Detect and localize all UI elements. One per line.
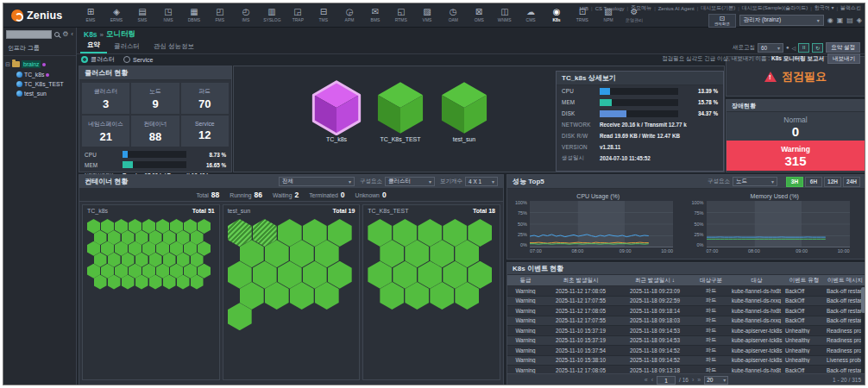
menu-item-oam[interactable]: ◷OAM <box>440 7 466 23</box>
lock-icon[interactable]: ▣ <box>837 16 844 24</box>
menu-item-nms[interactable]: ◳NMS <box>155 7 181 23</box>
table-row[interactable]: Warning2025-11-12 17:07:552025-11-18 09:… <box>507 297 865 307</box>
collapse-icon[interactable]: ‹ <box>71 31 73 38</box>
column-header-대상[interactable]: 대상 <box>730 277 783 285</box>
collapse-minus-icon[interactable]: ⊟ <box>5 61 10 67</box>
containers-filter-select[interactable]: 전체▾ <box>279 177 355 186</box>
menu-item-sms[interactable]: ▤SMS <box>129 7 155 23</box>
cluster-cube-TC_K8s_TEST[interactable]: TC_K8s_TEST <box>372 80 429 142</box>
menu-item-oms[interactable]: ⊠OMS <box>466 7 492 23</box>
table-scrollbar[interactable] <box>861 286 865 376</box>
topbar-link[interactable]: 대시보드(기본) <box>700 4 736 12</box>
docs-icon[interactable]: ▤ <box>846 16 853 24</box>
radio-option-클러스터[interactable]: 클러스터 <box>81 55 115 64</box>
table-row[interactable]: Warning2025-11-12 17:07:552025-11-18 09:… <box>507 316 865 327</box>
user-select[interactable]: 관리자 (brainz) ▾ <box>739 15 824 26</box>
menu-item-apm[interactable]: ◶APM <box>337 7 362 23</box>
menu-item-ims[interactable]: ◴IMS <box>233 7 259 23</box>
menu-item-fms[interactable]: ◰FMS <box>207 7 233 23</box>
tree-root[interactable]: ⊟brainz <box>5 60 74 68</box>
table-row[interactable]: Warning2025-11-10 15:38:102025-11-18 09:… <box>507 356 865 366</box>
last-page-icon[interactable]: » <box>697 377 701 383</box>
rtms-icon: ◱ <box>397 7 405 17</box>
tab-클러스터[interactable]: 클러스터 <box>107 40 147 53</box>
range-button-24H[interactable]: 24H <box>843 177 860 187</box>
column-header-대상구분[interactable]: 대상구분 <box>692 277 730 285</box>
alarm-bell-icon[interactable]: ● <box>786 45 789 50</box>
fault-warning[interactable]: Warning 315 <box>726 141 865 171</box>
menu-item-ems[interactable]: ⊞EMS <box>78 7 104 23</box>
prev-icon[interactable]: ◁ <box>792 45 796 51</box>
tab-요약[interactable]: 요약 <box>80 38 107 53</box>
fault-normal[interactable]: Normal 0 <box>726 112 865 141</box>
alarm-icon[interactable]: ◈ <box>857 16 862 24</box>
menu-item-erms[interactable]: ◈ERMS <box>104 7 129 23</box>
menu-item-bms[interactable]: ✉BMS <box>362 7 388 23</box>
scrollbar-thumb[interactable] <box>861 287 865 313</box>
menu-item-dbms[interactable]: ▦DBMS <box>181 7 207 23</box>
tree-item-TC_k8s[interactable]: TC_k8s <box>5 72 74 78</box>
cell-대상구분: 파드 <box>692 356 730 364</box>
cluster-cube-test_sun[interactable]: test_sun <box>436 80 493 142</box>
menu-item-tms[interactable]: ⊟TMS <box>311 7 337 23</box>
reload-button[interactable]: ↻ <box>812 43 823 53</box>
column-header-이벤트 메시지[interactable]: 이벤트 메시지 <box>825 277 865 285</box>
page-input[interactable]: 1 <box>657 376 676 385</box>
range-button-6H[interactable]: 6H <box>805 177 822 187</box>
containers-component-select[interactable]: 클러스터▾ <box>385 177 435 186</box>
menu-item-wnms[interactable]: ◫WNMS <box>492 7 518 23</box>
column-header-이벤트 유형[interactable]: 이벤트 유형 <box>783 277 825 285</box>
containers-view-select[interactable]: 4 X 1▾ <box>465 177 498 186</box>
menu-item-vms[interactable]: ▨VMS <box>414 7 440 23</box>
menu-item-k8s[interactable]: ◉K8s <box>544 7 569 23</box>
prev-page-icon[interactable]: ‹ <box>651 377 653 383</box>
next-page-icon[interactable]: › <box>692 377 694 383</box>
column-header-등급[interactable]: 등급 <box>507 277 544 285</box>
table-row[interactable]: Warning2025-11-12 17:08:052025-11-18 09:… <box>507 306 865 316</box>
control-screen-button[interactable]: ⊡ 관제화면 <box>708 14 736 28</box>
user-icon[interactable]: ◉ <box>827 16 833 24</box>
table-row[interactable]: Warning2025-11-10 15:37:542025-11-18 09:… <box>507 346 865 356</box>
gauge-track <box>600 110 678 117</box>
column-header-최초 발생일시[interactable]: 최초 발생일시 <box>544 277 618 285</box>
topbar-link[interactable]: Zenius AI Agent <box>657 6 695 11</box>
cell-최근 발생일시: 2025-11-18 09:22:59 <box>618 297 692 304</box>
summary-settings-button[interactable]: 요약 설정 <box>826 42 860 53</box>
tab-관심 성능정보[interactable]: 관심 성능정보 <box>147 40 201 53</box>
tree-item-TC_K8s_TEST[interactable]: TC_K8s_TEST <box>5 81 74 87</box>
topbar-link[interactable]: 대시보드(Sample)(슬라이드) <box>741 4 808 12</box>
menu-item-syslog[interactable]: ▥SYSLOG <box>259 7 285 23</box>
topbar-link[interactable]: 블랙스킨 <box>840 4 862 12</box>
menu-item-rtms[interactable]: ◱RTMS <box>388 7 414 23</box>
perf-component-select[interactable]: 노드▾ <box>733 177 777 186</box>
cell-이벤트 유형: Unhealthy <box>783 328 825 334</box>
range-button-12H[interactable]: 12H <box>824 177 841 187</box>
table-row[interactable]: Warning2025-11-10 15:37:192025-11-18 09:… <box>507 326 865 336</box>
table-row[interactable]: Warning2025-11-12 17:08:052025-11-18 09:… <box>507 286 865 297</box>
page-size-select[interactable]: 20 ▾ <box>704 376 728 385</box>
export-button[interactable]: 내보내기 <box>827 53 860 64</box>
cell-등급: Warning <box>507 288 544 294</box>
refresh-interval-select[interactable]: 60 ▾ <box>758 43 783 53</box>
radio-option-Service[interactable]: Service <box>123 56 153 63</box>
detail-title: TC_k8s 상세보기 <box>562 73 616 83</box>
cell-최초 발생일시: 2025-11-12 17:08:05 <box>544 367 618 373</box>
topbar-link[interactable]: 주요메뉴 <box>630 4 652 12</box>
column-header-최근 발생일시[interactable]: 최근 발생일시 ↓ <box>618 277 692 285</box>
topbar-link[interactable]: 한국어 ▾ <box>814 4 835 12</box>
user-name: 관리자 (brainz) <box>744 16 781 24</box>
pause-button[interactable]: II <box>798 43 809 53</box>
range-button-3H[interactable]: 3H <box>786 177 803 187</box>
gear-icon[interactable]: ⚙ <box>62 31 68 38</box>
menu-item-cms[interactable]: ☁CMS <box>518 7 544 23</box>
logo[interactable]: Zenius <box>3 9 78 22</box>
search-icon[interactable] <box>54 32 60 37</box>
topbar-link[interactable]: CS Topology <box>594 6 626 11</box>
topbar-link[interactable]: MIB <box>578 6 589 11</box>
menu-item-trap[interactable]: ◲TRAP <box>285 7 311 23</box>
search-input[interactable] <box>6 30 52 39</box>
tree-item-test_sun[interactable]: test_sun <box>5 91 74 97</box>
cluster-cube-TC_k8s[interactable]: TC_k8s <box>308 80 365 142</box>
first-page-icon[interactable]: « <box>645 377 648 383</box>
table-row[interactable]: Warning2025-11-10 15:37:192025-11-18 09:… <box>507 336 865 347</box>
